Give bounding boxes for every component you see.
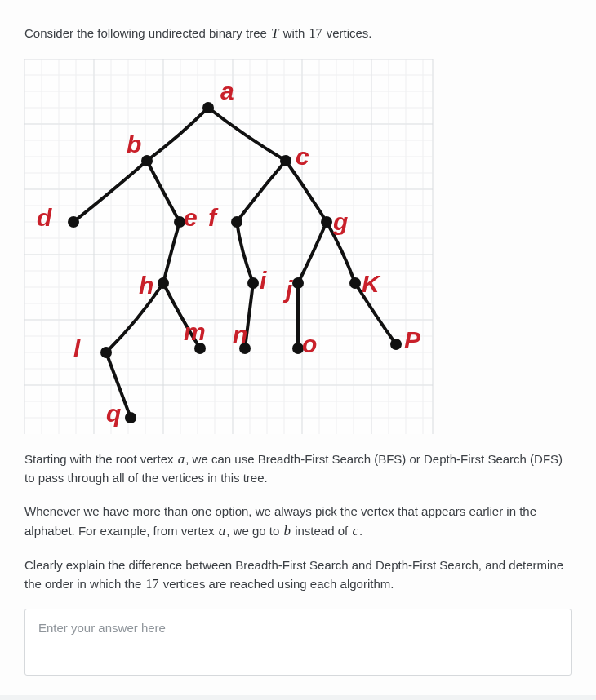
- label-p: P: [404, 326, 421, 353]
- label-l: l: [73, 334, 81, 361]
- label-n: n: [233, 321, 247, 348]
- vertex-a: a: [218, 523, 227, 538]
- p2-part4: .: [359, 524, 362, 538]
- vertex-b: b: [283, 523, 292, 538]
- tree-svg: a b c d e f g h i j K l m n o P q: [24, 59, 441, 434]
- intro-text: Consider the following undirected binary…: [24, 23, 572, 44]
- label-e: e: [184, 204, 198, 231]
- node-i: [247, 277, 259, 289]
- answer-box[interactable]: [24, 609, 572, 676]
- label-o: o: [302, 330, 317, 357]
- node-h: [158, 277, 169, 289]
- node-d: [68, 216, 79, 228]
- intro-prefix: Consider the following undirected binary…: [24, 26, 270, 40]
- vertex-c: c: [351, 523, 359, 538]
- label-k: K: [362, 270, 381, 297]
- answer-input[interactable]: [37, 619, 563, 662]
- p2-part2: , we go to: [226, 524, 282, 538]
- p3-part2: vertices are reached using each algorith…: [160, 577, 394, 591]
- task-count: 17: [145, 577, 160, 591]
- root-symbol: a: [177, 451, 186, 467]
- tree-diagram: a b c d e f g h i j K l m n o P q: [24, 59, 572, 434]
- label-h: h: [139, 272, 153, 299]
- node-k: [349, 277, 361, 289]
- node-c: [280, 155, 291, 166]
- paragraph-task: Clearly explain the difference between B…: [24, 556, 572, 595]
- node-f: [231, 216, 242, 228]
- node-g: [321, 216, 332, 228]
- label-c: c: [296, 143, 309, 170]
- intro-suffix: vertices.: [323, 26, 372, 40]
- paragraph-start: Starting with the root vertex a, we can …: [24, 449, 572, 488]
- vertex-count: 17: [309, 26, 323, 40]
- node-q: [125, 412, 136, 423]
- label-i: i: [260, 267, 267, 294]
- question-card: Consider the following undirected binary…: [0, 0, 596, 695]
- label-a: a: [220, 78, 234, 104]
- node-l: [100, 347, 112, 358]
- p1-prefix: Starting with the root vertex: [24, 452, 177, 466]
- paragraph-rule: Whenever we have more than one option, w…: [24, 503, 572, 542]
- node-b: [141, 155, 153, 166]
- node-j: [292, 277, 304, 289]
- label-b: b: [127, 131, 141, 157]
- label-d: d: [37, 204, 52, 231]
- tree-symbol: T: [270, 25, 279, 41]
- node-a: [202, 102, 214, 113]
- node-p: [390, 339, 402, 350]
- p2-part3: instead of: [291, 524, 351, 538]
- intro-middle: with: [279, 26, 308, 40]
- label-g: g: [332, 208, 348, 235]
- label-m: m: [184, 318, 206, 345]
- label-q: q: [106, 400, 121, 427]
